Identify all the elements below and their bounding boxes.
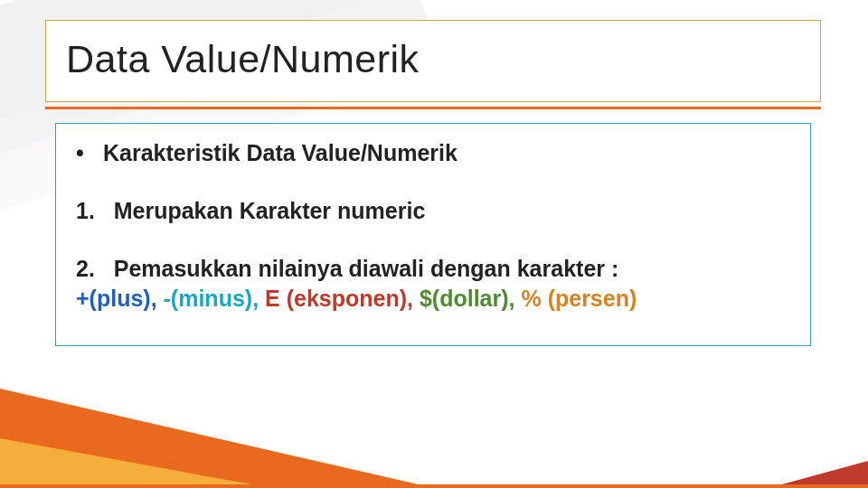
token-dollar: $(dollar), [420, 286, 515, 311]
title-box: Data Value/Numerik [45, 20, 821, 102]
slide-title: Data Value/Numerik [66, 37, 800, 81]
bullet-item: • Karakteristik Data Value/Numerik [76, 138, 790, 169]
list-item-1-text: Merupakan Karakter numeric [114, 198, 426, 223]
bullet-marker: • [76, 138, 103, 169]
list-item-1-number: 1. [76, 198, 95, 223]
token-exp: E (eksponen), [265, 286, 413, 311]
list-item-2-lead: Pemasukkan nilainya diawali dengan karak… [114, 256, 619, 281]
token-minus: -(minus), [164, 286, 259, 311]
bullet-text: Karakteristik Data Value/Numerik [103, 138, 458, 169]
token-pct: % (persen) [521, 286, 637, 311]
token-plus: +(plus), [76, 286, 157, 311]
title-underline [45, 107, 821, 109]
content-box: • Karakteristik Data Value/Numerik 1. Me… [55, 123, 811, 346]
list-item-1: 1. Merupakan Karakter numeric [76, 196, 790, 227]
list-item-2: 2. Pemasukkan nilainya diawali dengan ka… [76, 254, 790, 315]
list-item-2-number: 2. [76, 256, 95, 281]
